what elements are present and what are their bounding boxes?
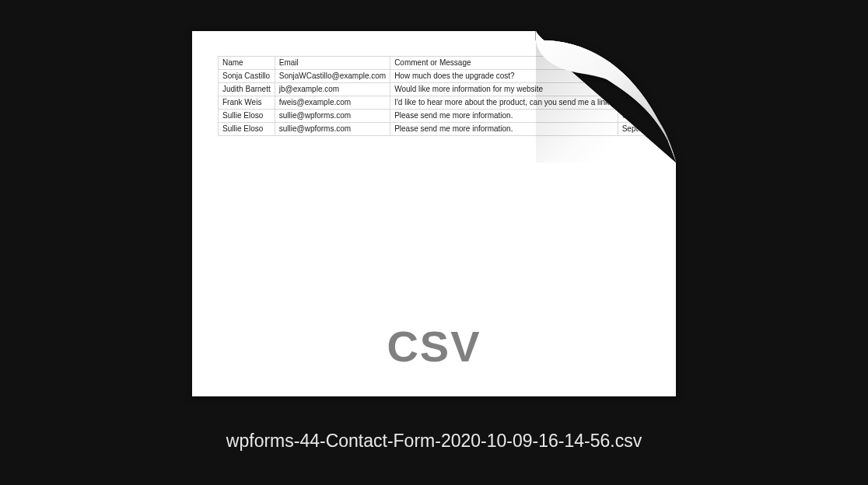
cell-name: Frank Weis [219, 96, 275, 110]
cell-entry: October [618, 96, 657, 110]
col-header-email: Email [275, 57, 390, 70]
cell-email: jb@example.com [275, 83, 390, 96]
csv-document-preview: Name Email Comment or Message Entry Sonj… [192, 31, 676, 396]
cell-email: sullie@wpforms.com [275, 110, 390, 123]
csv-table: Name Email Comment or Message Entry Sonj… [218, 56, 676, 136]
cell-entry: October [618, 110, 657, 123]
cell-comment: Please send me more information. [390, 123, 618, 136]
cell-entry: October [618, 70, 657, 83]
file-type-label: CSV [387, 321, 481, 372]
file-name-label: wpforms-44-Contact-Form-2020-10-09-16-14… [226, 431, 642, 452]
col-header-entry: Entry [618, 57, 657, 70]
file-preview-page: Name Email Comment or Message Entry Sonj… [192, 31, 676, 396]
table-row: Sullie Eloso sullie@wpforms.com Please s… [219, 123, 658, 136]
data-table: Name Email Comment or Message Entry Sonj… [218, 56, 658, 136]
cell-name: Sonja Castillo [219, 70, 275, 83]
cell-email: fweis@example.com [275, 96, 390, 110]
table-row: Frank Weis fweis@example.com I'd like to… [219, 96, 658, 110]
cell-name: Sullie Eloso [219, 123, 275, 136]
table-row: Judith Barnett jb@example.com Would like… [219, 83, 658, 96]
table-header-row: Name Email Comment or Message Entry [219, 57, 658, 70]
cell-entry: October [618, 83, 657, 96]
cell-comment: I'd like to hear more about the product,… [390, 96, 618, 110]
cell-name: Judith Barnett [219, 83, 275, 96]
table-row: Sonja Castillo SonjaWCastillo@example.co… [219, 70, 658, 83]
cell-email: SonjaWCastillo@example.com [275, 70, 390, 83]
cell-email: sullie@wpforms.com [275, 123, 390, 136]
cell-name: Sullie Eloso [219, 110, 275, 123]
col-header-name: Name [219, 57, 275, 70]
cell-comment: Would like more information for my websi… [390, 83, 618, 96]
cell-entry: Septemb [618, 123, 657, 136]
cell-comment: Please send me more information. [390, 110, 618, 123]
cell-comment: How much does the upgrade cost? [390, 70, 618, 83]
table-row: Sullie Eloso sullie@wpforms.com Please s… [219, 110, 658, 123]
col-header-comment: Comment or Message [390, 57, 618, 70]
